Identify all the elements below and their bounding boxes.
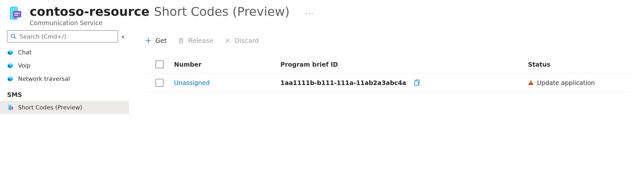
sidebar-item-voip[interactable]: Voip: [0, 59, 129, 72]
select-all-checkbox[interactable]: [156, 61, 163, 68]
column-header-status[interactable]: Status: [528, 61, 631, 68]
cube-icon: [7, 76, 14, 82]
sidebar-item-label: Network traversal: [18, 75, 70, 82]
x-icon: [224, 37, 231, 44]
svg-rect-4: [15, 13, 20, 14]
svg-rect-2: [13, 11, 21, 17]
column-header-brief-id[interactable]: Program brief ID: [280, 61, 528, 68]
search-icon: [11, 33, 16, 39]
sidebar-item-label: Short Codes (Preview): [18, 104, 82, 111]
short-codes-table: Number Program brief ID Status Unassigne…: [145, 55, 631, 92]
release-button: Release: [178, 35, 213, 46]
cube-icon: [7, 62, 14, 69]
row-checkbox[interactable]: [156, 79, 163, 87]
get-button[interactable]: Get: [145, 35, 167, 46]
svg-rect-32: [415, 81, 418, 86]
copy-icon[interactable]: [414, 79, 421, 86]
number-link[interactable]: Unassigned: [174, 79, 210, 86]
svg-rect-18: [9, 107, 13, 109]
svg-rect-5: [15, 15, 18, 16]
svg-point-6: [11, 34, 15, 38]
plus-icon: [145, 37, 151, 44]
search-box[interactable]: [7, 30, 118, 42]
search-input[interactable]: [20, 33, 114, 40]
trash-icon: [178, 37, 184, 44]
warning-icon: [528, 80, 534, 86]
discard-button-label: Discard: [235, 37, 259, 44]
sidebar-item-chat[interactable]: Chat: [0, 46, 129, 59]
sidebar-item-short-codes[interactable]: Short Codes (Preview): [0, 101, 129, 114]
resource-name: contoso-resource: [30, 5, 150, 19]
sidebar-item-label: Voip: [18, 62, 30, 69]
svg-rect-24: [180, 39, 183, 43]
sidebar-item-label: Chat: [18, 49, 32, 56]
svg-rect-35: [531, 84, 531, 85]
sidebar-section-sms: SMS: [0, 85, 129, 101]
release-button-label: Release: [188, 37, 213, 44]
sidebar-item-network-traversal[interactable]: Network traversal: [0, 72, 129, 85]
communication-service-icon: [8, 6, 23, 21]
svg-line-7: [14, 37, 16, 39]
table-row[interactable]: Unassigned 1aa1111b-b111-111a-11ab2a3abc…: [145, 74, 631, 92]
svg-rect-20: [10, 108, 12, 108]
column-header-number[interactable]: Number: [174, 61, 280, 68]
get-button-label: Get: [155, 37, 167, 44]
more-button[interactable]: ···: [306, 10, 314, 17]
short-codes-icon: [7, 104, 14, 111]
discard-button: Discard: [224, 35, 259, 46]
svg-rect-34: [531, 82, 531, 83]
status-text: Update application: [537, 79, 595, 86]
cube-icon: [7, 49, 14, 56]
service-type-label: Communication Service: [30, 19, 314, 26]
program-brief-id: 1aa1111b-b111-111a-11ab2a3abc4a: [280, 79, 406, 86]
collapse-sidebar-button[interactable]: ‹‹: [121, 33, 124, 41]
page-title: Short Codes (Preview): [154, 5, 290, 19]
svg-rect-21: [10, 108, 12, 109]
